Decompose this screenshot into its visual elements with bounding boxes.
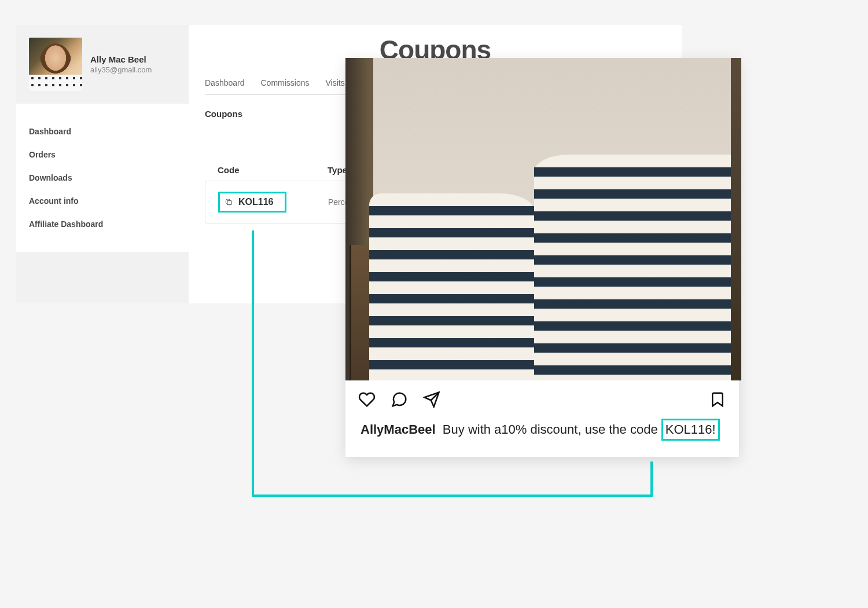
- social-caption-text: Buy with a10% discount, use the code: [443, 422, 658, 437]
- sidebar-item-dashboard[interactable]: Dashboard: [29, 120, 176, 143]
- copy-icon: [225, 198, 233, 206]
- heart-icon[interactable]: [358, 391, 376, 408]
- share-icon[interactable]: [423, 391, 440, 408]
- social-caption: AllyMacBeel Buy with a10% discount, use …: [345, 413, 739, 457]
- annotation-connector: [252, 230, 254, 497]
- social-username: AllyMacBeel: [361, 422, 436, 437]
- annotation-connector: [252, 495, 653, 497]
- sidebar-item-downloads[interactable]: Downloads: [29, 166, 176, 189]
- th-code: Code: [218, 165, 328, 175]
- coupon-code-text: KOL116: [238, 197, 273, 207]
- svg-rect-0: [227, 201, 231, 205]
- annotation-connector: [650, 462, 653, 497]
- sidebar-nav: Dashboard Orders Downloads Account info …: [16, 104, 189, 252]
- user-name: Ally Mac Beel: [90, 54, 152, 64]
- image-frame-edge: [731, 58, 741, 380]
- user-profile-block: Ally Mac Beel ally35@gmail.com: [16, 25, 189, 104]
- avatar: [29, 38, 82, 91]
- sidebar-item-affiliate-dashboard[interactable]: Affiliate Dashboard: [29, 213, 176, 236]
- sidebar-item-orders[interactable]: Orders: [29, 143, 176, 166]
- bookmark-icon[interactable]: [709, 391, 726, 408]
- social-action-bar: [345, 380, 739, 413]
- account-sidebar: Ally Mac Beel ally35@gmail.com Dashboard…: [16, 25, 189, 303]
- comment-icon[interactable]: [391, 391, 408, 408]
- tab-dashboard[interactable]: Dashboard: [205, 72, 245, 94]
- coupon-code-box[interactable]: KOL116: [218, 192, 286, 213]
- tab-visits[interactable]: Visits: [326, 72, 345, 94]
- user-email: ally35@gmail.com: [90, 65, 152, 74]
- tab-commissions[interactable]: Commissions: [261, 72, 310, 94]
- sidebar-item-account-info[interactable]: Account info: [29, 189, 176, 213]
- social-post-image: [345, 58, 739, 380]
- social-code-highlight: KOL116!: [661, 419, 720, 441]
- social-post-card: AllyMacBeel Buy with a10% discount, use …: [345, 58, 739, 457]
